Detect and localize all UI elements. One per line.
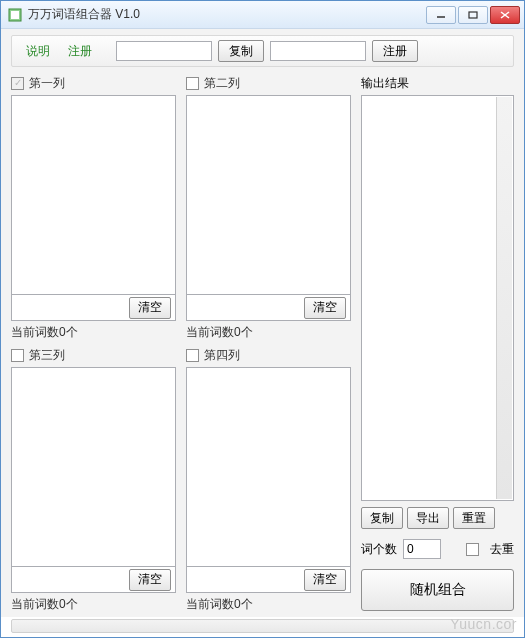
- toolbar: 说明 注册 复制 注册: [11, 35, 514, 67]
- column-3-label: 第三列: [29, 347, 65, 364]
- titlebar: 万万词语组合器 V1.0: [1, 1, 524, 29]
- output-column: 输出结果 复制 导出 重置 词个数 去重 随机组合: [361, 73, 514, 611]
- register-button[interactable]: 注册: [372, 40, 418, 62]
- window-title: 万万词语组合器 V1.0: [28, 6, 426, 23]
- toolbar-input-1[interactable]: [116, 41, 212, 61]
- random-combine-button[interactable]: 随机组合: [361, 569, 514, 611]
- word-count-input[interactable]: [403, 539, 441, 559]
- word-count-row: 词个数 去重: [361, 539, 514, 559]
- column-2-clear-button[interactable]: 清空: [304, 297, 346, 319]
- svg-rect-1: [11, 11, 19, 19]
- column-4-header: 第四列: [186, 345, 351, 365]
- toolbar-input-2[interactable]: [270, 41, 366, 61]
- output-reset-button[interactable]: 重置: [453, 507, 495, 529]
- svg-rect-3: [469, 12, 477, 18]
- column-1-header: ✓ 第一列: [11, 73, 176, 93]
- column-4-textarea[interactable]: [186, 367, 351, 567]
- output-header: 输出结果: [361, 73, 514, 93]
- column-4-count: 当前词数0个: [186, 596, 351, 611]
- column-1-textarea[interactable]: [11, 95, 176, 295]
- output-copy-button[interactable]: 复制: [361, 507, 403, 529]
- column-1-footer: 清空: [11, 295, 176, 321]
- column-1-clear-button[interactable]: 清空: [129, 297, 171, 319]
- app-window: 万万词语组合器 V1.0 说明 注册 复制 注册 ✓ 第一列: [0, 0, 525, 638]
- output-export-button[interactable]: 导出: [407, 507, 449, 529]
- column-3-count: 当前词数0个: [11, 596, 176, 611]
- close-button[interactable]: [490, 6, 520, 24]
- column-1: ✓ 第一列 清空 当前词数0个: [11, 73, 176, 339]
- register-link[interactable]: 注册: [62, 43, 98, 60]
- column-4-footer: 清空: [186, 567, 351, 593]
- column-3-checkbox[interactable]: [11, 349, 24, 362]
- column-2-textarea[interactable]: [186, 95, 351, 295]
- output-label: 输出结果: [361, 75, 409, 92]
- column-4: 第四列 清空 当前词数0个: [186, 345, 351, 611]
- maximize-button[interactable]: [458, 6, 488, 24]
- output-actions: 复制 导出 重置: [361, 507, 514, 529]
- dedup-label: 去重: [490, 541, 514, 558]
- column-3-clear-button[interactable]: 清空: [129, 569, 171, 591]
- help-link[interactable]: 说明: [20, 43, 56, 60]
- copy-button-toolbar[interactable]: 复制: [218, 40, 264, 62]
- column-2-checkbox[interactable]: [186, 77, 199, 90]
- column-2-label: 第二列: [204, 75, 240, 92]
- column-4-checkbox[interactable]: [186, 349, 199, 362]
- output-textarea[interactable]: [361, 95, 514, 501]
- column-3-textarea[interactable]: [11, 367, 176, 567]
- dedup-checkbox[interactable]: [466, 543, 479, 556]
- column-3: 第三列 清空 当前词数0个: [11, 345, 176, 611]
- word-count-label: 词个数: [361, 541, 397, 558]
- columns-grid: ✓ 第一列 清空 当前词数0个 第二列 清空: [11, 73, 351, 611]
- column-2: 第二列 清空 当前词数0个: [186, 73, 351, 339]
- minimize-button[interactable]: [426, 6, 456, 24]
- column-3-footer: 清空: [11, 567, 176, 593]
- column-2-header: 第二列: [186, 73, 351, 93]
- column-4-clear-button[interactable]: 清空: [304, 569, 346, 591]
- app-icon: [7, 7, 23, 23]
- column-2-count: 当前词数0个: [186, 324, 351, 339]
- column-1-count: 当前词数0个: [11, 324, 176, 339]
- column-1-checkbox: ✓: [11, 77, 24, 90]
- column-1-label: 第一列: [29, 75, 65, 92]
- column-2-footer: 清空: [186, 295, 351, 321]
- column-3-header: 第三列: [11, 345, 176, 365]
- column-4-label: 第四列: [204, 347, 240, 364]
- status-bar: [11, 619, 514, 633]
- window-buttons: [426, 6, 520, 24]
- content-area: ✓ 第一列 清空 当前词数0个 第二列 清空: [11, 73, 514, 611]
- client-area: 说明 注册 复制 注册 ✓ 第一列 清空 当前词数0个: [1, 29, 524, 617]
